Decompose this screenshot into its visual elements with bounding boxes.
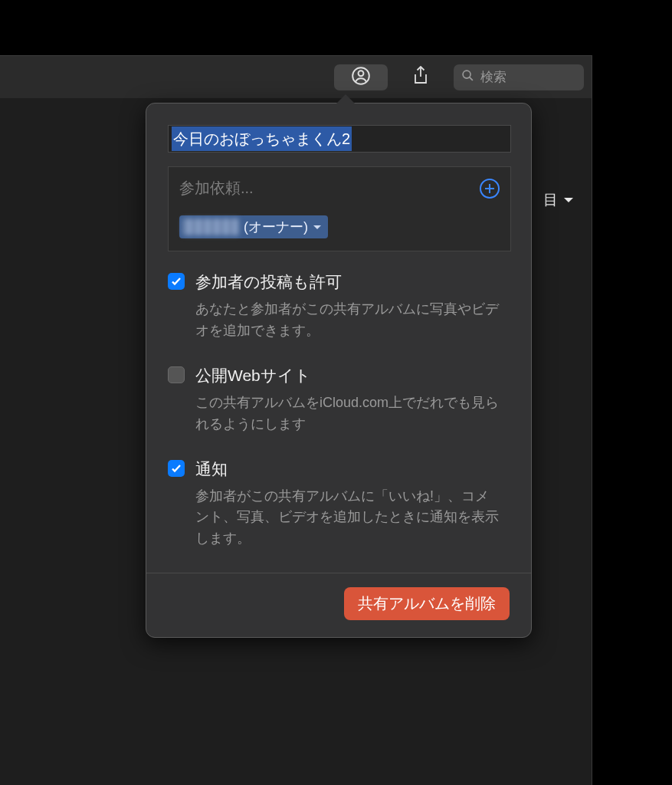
row-label-suffix: 目 xyxy=(543,190,558,210)
public-site-label: 公開Webサイト xyxy=(195,365,311,386)
search-placeholder: 検索 xyxy=(480,68,506,86)
album-title-input[interactable]: 今日のおぼっちゃまくん2 xyxy=(168,125,511,153)
search-field[interactable]: 検索 xyxy=(454,64,584,90)
owner-chip[interactable]: (オーナー) xyxy=(179,215,328,238)
person-circle-icon xyxy=(351,66,371,89)
people-button[interactable] xyxy=(334,64,388,90)
toolbar: 検索 xyxy=(0,56,592,98)
invite-box: 参加依頼... (オーナー) xyxy=(168,166,511,251)
allow-posts-label: 参加者の投稿も許可 xyxy=(195,271,342,293)
owner-name-redacted xyxy=(182,218,239,235)
popover-footer: 共有アルバムを削除 xyxy=(146,573,531,637)
chevron-down-icon xyxy=(313,219,322,235)
add-person-button[interactable] xyxy=(480,179,500,199)
notifications-checkbox[interactable] xyxy=(168,460,185,477)
content-row-item[interactable]: 目 xyxy=(543,190,575,210)
invite-input[interactable]: 参加依頼... xyxy=(179,178,254,199)
option-allow-posts: 参加者の投稿も許可 xyxy=(168,271,510,293)
allow-posts-checkbox[interactable] xyxy=(168,273,185,290)
share-icon xyxy=(411,66,430,89)
notifications-desc: 参加者がこの共有アルバムに「いいね!」、コメント、写真、ビデオを追加したときに通… xyxy=(195,486,502,550)
svg-point-1 xyxy=(359,71,364,76)
svg-point-2 xyxy=(463,71,470,78)
share-settings-popover: 今日のおぼっちゃまくん2 参加依頼... (オーナー) 参加者の投 xyxy=(146,103,532,638)
option-public-site: 公開Webサイト xyxy=(168,365,510,386)
notifications-label: 通知 xyxy=(195,458,228,480)
public-site-checkbox[interactable] xyxy=(168,366,185,383)
owner-role-label: (オーナー) xyxy=(244,218,308,236)
search-icon xyxy=(461,69,474,86)
option-notifications: 通知 xyxy=(168,458,510,480)
allow-posts-desc: あなたと参加者がこの共有アルバムに写真やビデオを追加できます。 xyxy=(195,299,502,342)
album-title-text: 今日のおぼっちゃまくん2 xyxy=(172,126,352,151)
chevron-down-icon xyxy=(562,192,575,209)
public-site-desc: この共有アルバムをiCloud.com上でだれでも見られるようにします xyxy=(195,392,502,435)
share-button[interactable] xyxy=(398,64,443,90)
delete-album-button[interactable]: 共有アルバムを削除 xyxy=(344,587,510,620)
